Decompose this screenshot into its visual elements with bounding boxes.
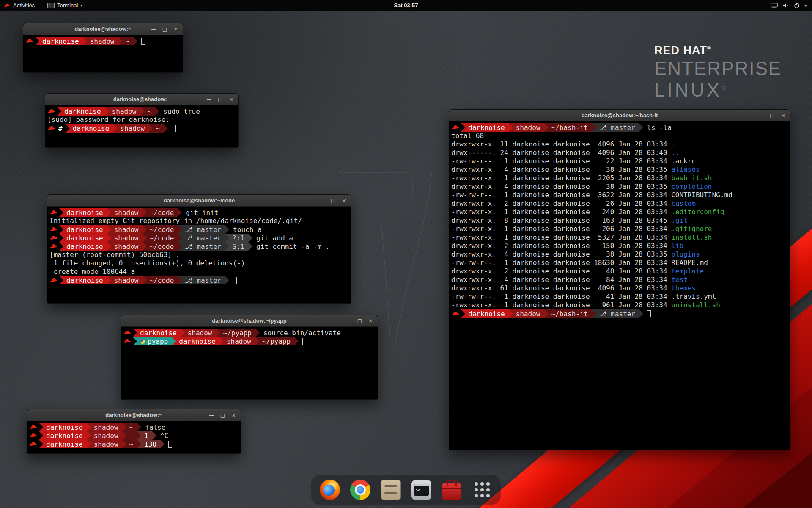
powerline-arrow (140, 107, 145, 116)
prompt-segment-text: shadow (120, 124, 145, 133)
terminal-content[interactable]: darknoiseshadow~falsedarknoiseshadow~1^C… (27, 421, 241, 453)
output-text: -rwxrwxr-x. 1 darknoise darknoise 206 Ja… (451, 225, 671, 233)
window-titlebar[interactable]: darknoise@shadow:~—□× (23, 23, 183, 35)
close-button[interactable]: × (780, 113, 786, 119)
powerline-arrow (59, 234, 63, 242)
maximize-button[interactable]: □ (330, 198, 336, 204)
window-titlebar[interactable]: darknoise@shadow:~/bash-it—□× (449, 110, 790, 121)
prompt-segment-text: 1 (144, 432, 148, 440)
terminal-window: darknoise@shadow:~—□×darknoiseshadow~sud… (45, 93, 239, 148)
window-titlebar[interactable]: darknoise@shadow:~—□× (45, 94, 238, 105)
powerline-arrow (107, 276, 111, 284)
prompt-line: darknoiseshadow~1^C (29, 431, 239, 440)
powerline-arrow (137, 431, 141, 440)
prompt-segment-user: darknoise (35, 37, 83, 45)
prompt-segment-git: ⎇ master (178, 234, 225, 242)
minimize-button[interactable]: — (206, 97, 212, 102)
output-text: CONTRIBUTING.md (671, 191, 732, 199)
output-text: drwxrwxr-x. 2 darknoise darknoise 26 Jan… (451, 199, 671, 207)
close-button[interactable]: × (228, 97, 234, 102)
terminal-window: darknoise@shadow:~—□×darknoiseshadow~fal… (27, 409, 241, 454)
dock (311, 475, 501, 505)
prompt-segment-path: ~ (122, 440, 137, 448)
output-text: create mode 100644 a (49, 268, 135, 276)
dock-item-files[interactable] (380, 479, 402, 501)
command-text: sudo true (163, 108, 200, 116)
powerline-arrow (107, 208, 111, 217)
filename-exe: .gitignore (671, 225, 712, 233)
clock[interactable]: Sat 03:57 (394, 2, 418, 8)
terminal-content[interactable]: darknoiseshadow~/bash-it⎇ masterls -lato… (449, 121, 790, 450)
prompt-segment-text: ⎇ master (599, 310, 635, 318)
prompt-segment-text: darknoise (66, 209, 103, 217)
output-line: drwxrwxr-x. 8 darknoise darknoise 163 Ja… (451, 216, 788, 225)
root-indicator: # (57, 124, 66, 133)
terminal-content[interactable]: darknoiseshadow~/pyappsource bin/activat… (121, 327, 378, 399)
minimize-button[interactable]: — (209, 412, 214, 418)
maximize-button[interactable]: □ (769, 113, 775, 119)
output-text: drwxrwxr-x. 4 darknoise darknoise 84 Jan… (451, 276, 671, 284)
prompt-segment-path: ~/pyapp (255, 337, 294, 345)
dock-item-toolbox[interactable] (441, 479, 463, 501)
app-menu-button[interactable]: Terminal ▾ (44, 0, 86, 11)
filename-dir: template (671, 267, 704, 275)
close-button[interactable]: × (341, 198, 347, 204)
close-button[interactable]: × (173, 26, 178, 32)
maximize-button[interactable]: □ (220, 412, 225, 418)
window-titlebar[interactable]: darknoise@shadow:~—□× (27, 409, 241, 421)
window-titlebar[interactable]: darknoise@shadow:~/pyapp—□× (121, 315, 378, 327)
minimize-button[interactable]: — (758, 113, 764, 119)
terminal-content[interactable]: darknoiseshadow~/codegit initInitialized… (47, 207, 351, 303)
close-button[interactable]: × (368, 318, 373, 324)
maximize-button[interactable]: □ (357, 318, 362, 324)
dock-item-firefox[interactable] (319, 479, 341, 501)
terminal-content[interactable]: darknoiseshadow~ (23, 35, 183, 72)
minimize-button[interactable]: — (319, 198, 325, 204)
command-text: git init (186, 209, 218, 217)
window-titlebar[interactable]: darknoise@shadow:~/code—□× (47, 195, 351, 207)
close-button[interactable]: × (231, 412, 236, 418)
prompt-segment-text: ⎇ master (185, 243, 221, 251)
window-title: darknoise@shadow:~ (74, 26, 131, 32)
window-title: darknoise@shadow:~ (113, 96, 170, 102)
prompt-segment-text: shadow (94, 432, 118, 440)
minimize-button[interactable]: — (151, 26, 156, 32)
redhat-icon (50, 243, 57, 249)
output-line: drwxrwxr-x. 4 darknoise darknoise 38 Jan… (451, 166, 788, 174)
activities-button[interactable]: Activities (0, 0, 38, 11)
prompt-segment-path: ~/pyapp (216, 329, 255, 337)
prompt-segment-text: darknoise (73, 124, 110, 133)
prompt-line: darknoiseshadow~/pyappsource bin/activat… (123, 329, 376, 337)
prompt-line: pyappdarknoiseshadow~/pyapp (123, 337, 376, 345)
dock-item-terminal[interactable] (410, 479, 432, 501)
prompt-line: darknoiseshadow~/code⎇ mastertouch a (49, 225, 349, 234)
prompt-segment-path: ~/bash-it (544, 309, 592, 318)
status-area[interactable]: ▾ (771, 0, 812, 11)
maximize-button[interactable]: □ (217, 97, 223, 102)
dock-item-apps[interactable] (471, 479, 493, 501)
output-line: -rwxrwxr-x. 1 darknoise darknoise 240 Ja… (451, 208, 788, 216)
powerline-arrow (107, 225, 111, 234)
prompt-segment-text: 130 (144, 440, 156, 448)
filename-dir: themes (671, 284, 696, 292)
minimize-button[interactable]: — (346, 318, 351, 324)
prompt-segment-text: ?:1 (232, 234, 244, 242)
activities-label: Activities (13, 2, 35, 8)
maximize-button[interactable]: □ (162, 26, 167, 32)
terminal-window: darknoise@shadow:~/code—□×darknoiseshado… (47, 194, 351, 304)
prompt-segment-host: shadow (181, 329, 216, 337)
output-text: -rwxrwxr-x. 1 darknoise darknoise 2205 J… (451, 174, 671, 182)
prompt-segment-text: ~ (148, 108, 152, 116)
prompt-line: darknoiseshadow~/code⎇ master (49, 276, 349, 284)
output-text: README.md (671, 259, 708, 267)
file-manager-icon (381, 480, 401, 500)
prompt-segment-path: ~/code (143, 225, 178, 234)
redhat-icon (4, 3, 10, 8)
dock-item-chrome[interactable] (349, 479, 371, 501)
powerline-arrow (225, 276, 229, 284)
output-text: [sudo] password for darknoise: (47, 116, 170, 124)
output-line: -rwxrwxr-x. 1 darknoise darknoise 2205 J… (451, 174, 788, 182)
redhat-icon (30, 441, 37, 447)
terminal-content[interactable]: darknoiseshadow~sudo true[sudo] password… (45, 105, 238, 147)
powerline-arrow (225, 225, 229, 234)
